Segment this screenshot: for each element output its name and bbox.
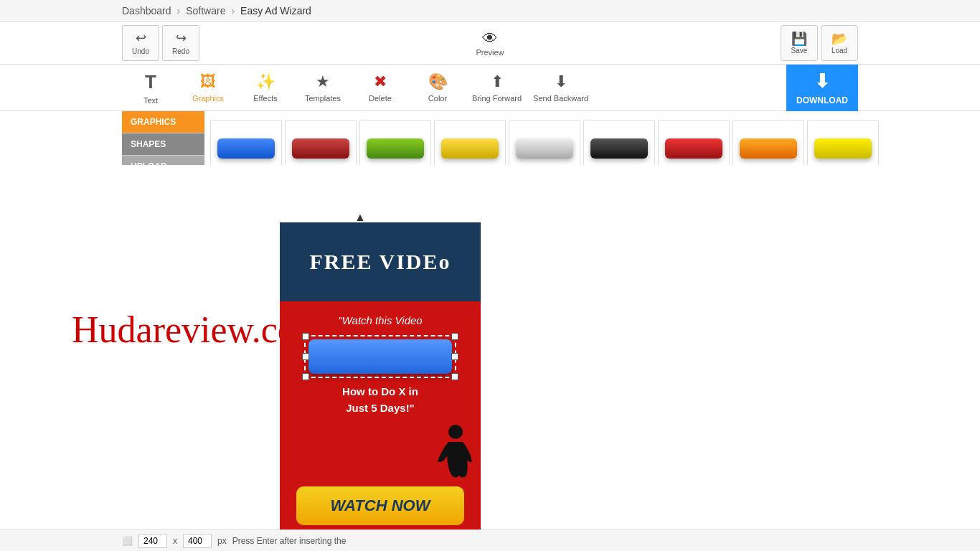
download-icon: ⬇ bbox=[814, 70, 830, 93]
delete-label: Delete bbox=[369, 94, 392, 103]
graphics-icon: 🖼 bbox=[200, 72, 216, 91]
graphics-label: Graphics bbox=[192, 94, 224, 103]
ad-title: FREE VIDEo bbox=[310, 250, 451, 274]
x-sep: x bbox=[173, 536, 177, 546]
tool-delete[interactable]: ✖ Delete bbox=[352, 65, 409, 111]
status-bar: ⬜ x px Press Enter after inserting the bbox=[0, 529, 980, 551]
width-input[interactable] bbox=[138, 534, 167, 548]
breadcrumb-sep1: › bbox=[177, 5, 181, 17]
sidebar-graphics[interactable]: GRAPHICS bbox=[122, 111, 204, 133]
resize-icon: ⬜ bbox=[122, 536, 133, 546]
ad-canvas: FREE VIDEo "Watch this Video bbox=[280, 222, 481, 531]
silhouette-icon bbox=[416, 422, 473, 479]
load-icon: 📂 bbox=[831, 31, 847, 47]
breadcrumb-current: Easy Ad Wizard bbox=[240, 5, 311, 17]
color-label: Color bbox=[428, 94, 447, 103]
redo-icon: ↪ bbox=[176, 30, 187, 46]
tool-color[interactable]: 🎨 Color bbox=[409, 65, 466, 111]
tool-download[interactable]: ⬇ DOWNLOAD bbox=[786, 65, 858, 111]
undo-label: Undo bbox=[132, 47, 149, 55]
delete-icon: ✖ bbox=[374, 72, 387, 91]
templates-icon: ★ bbox=[316, 72, 330, 91]
unit-label: px bbox=[217, 536, 227, 546]
effects-label: Effects bbox=[253, 94, 277, 103]
color-icon: 🎨 bbox=[428, 72, 448, 91]
redo-label: Redo bbox=[172, 47, 189, 55]
download-label: DOWNLOAD bbox=[796, 95, 848, 105]
preview-label: Preview bbox=[476, 48, 504, 57]
preview-group: 👁 Preview bbox=[476, 29, 504, 57]
bring-forward-icon: ⬆ bbox=[491, 72, 504, 91]
send-backward-label: Send Backward bbox=[533, 94, 588, 103]
send-backward-icon: ⬇ bbox=[555, 72, 567, 91]
breadcrumb-sep2: › bbox=[231, 5, 235, 17]
tool-effects[interactable]: ✨ Effects bbox=[237, 65, 294, 111]
bring-forward-label: Bring Forward bbox=[472, 94, 522, 103]
icon-toolbar: T Text 🖼 Graphics ✨ Effects ★ Templates … bbox=[0, 65, 980, 111]
ad-quote: "Watch this Video bbox=[287, 309, 473, 332]
undo-icon: ↩ bbox=[136, 30, 146, 46]
cursor: ▲ bbox=[354, 211, 366, 224]
save-load-group: 💾 Save 📂 Load bbox=[781, 25, 858, 61]
ad-subtext: How to Do X inJust 5 Days!" bbox=[287, 381, 473, 419]
eye-icon: 👁 bbox=[482, 29, 498, 48]
svg-point-0 bbox=[448, 425, 463, 439]
breadcrumb: Dashboard › Software › Easy Ad Wizard bbox=[0, 0, 980, 22]
text-label: Text bbox=[143, 96, 158, 105]
ad-header: FREE VIDEo bbox=[280, 222, 481, 301]
load-label: Load bbox=[831, 47, 847, 55]
breadcrumb-section[interactable]: Software bbox=[186, 5, 225, 17]
undo-button[interactable]: ↩ Undo bbox=[122, 25, 159, 61]
templates-label: Templates bbox=[305, 94, 341, 103]
undo-redo-group: ↩ Undo ↪ Redo bbox=[122, 25, 199, 61]
selected-button[interactable] bbox=[308, 339, 452, 374]
load-button[interactable]: 📂 Load bbox=[821, 25, 858, 61]
text-icon: T bbox=[145, 71, 156, 93]
height-input[interactable] bbox=[183, 534, 212, 548]
tool-send-backward[interactable]: ⬇ Send Backward bbox=[527, 65, 594, 111]
save-icon: 💾 bbox=[791, 31, 807, 47]
breadcrumb-home[interactable]: Dashboard bbox=[122, 5, 171, 17]
tool-bring-forward[interactable]: ⬆ Bring Forward bbox=[466, 65, 527, 111]
top-toolbar: ↩ Undo ↪ Redo 👁 Preview 💾 Save 📂 Load bbox=[0, 22, 980, 65]
redo-button[interactable]: ↪ Redo bbox=[162, 25, 199, 61]
tool-graphics[interactable]: 🖼 Graphics bbox=[179, 65, 237, 111]
status-hint: Press Enter after inserting the bbox=[232, 536, 347, 546]
save-label: Save bbox=[791, 47, 808, 55]
save-button[interactable]: 💾 Save bbox=[781, 25, 818, 61]
effects-icon: ✨ bbox=[256, 72, 275, 91]
watch-now-button[interactable]: WATCH NOW bbox=[296, 486, 464, 525]
sidebar-shapes[interactable]: SHAPES bbox=[122, 133, 204, 156]
canvas-area: Hudareview.com FREE VIDEo "Watch this Vi… bbox=[0, 165, 980, 529]
tool-templates[interactable]: ★ Templates bbox=[294, 65, 352, 111]
tool-text[interactable]: T Text bbox=[122, 65, 179, 111]
